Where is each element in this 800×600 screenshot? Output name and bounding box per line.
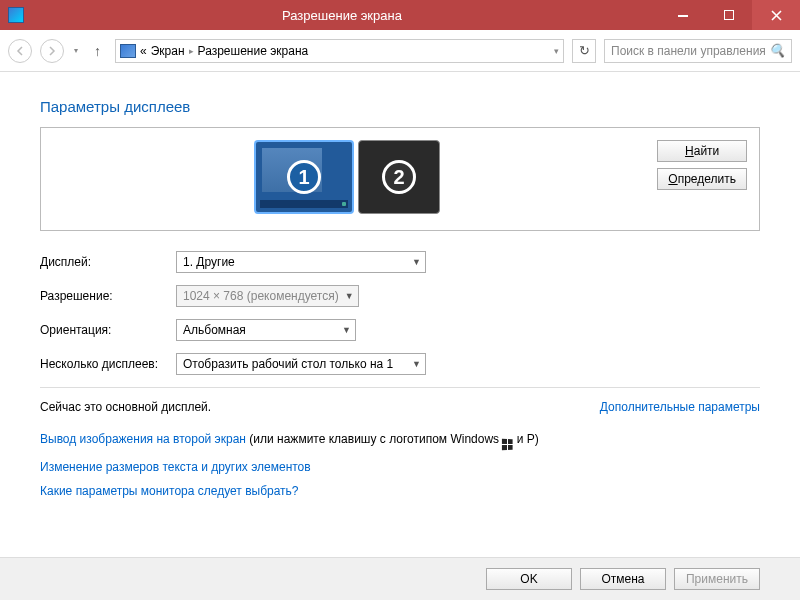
project-hint-b: и P) — [517, 432, 539, 446]
chevron-down-icon: ▼ — [339, 291, 354, 301]
project-link-row: Вывод изображения на второй экран (или н… — [40, 432, 760, 450]
resolution-value: 1024 × 768 (рекомендуется) — [183, 289, 339, 303]
window-title: Разрешение экрана — [24, 8, 660, 23]
primary-display-note: Сейчас это основной дисплей. — [40, 400, 211, 414]
svg-rect-1 — [724, 10, 734, 20]
forward-icon — [47, 46, 57, 56]
chevron-down-icon[interactable]: ▾ — [554, 46, 559, 56]
window: Разрешение экрана ▾ ↑ « Экран ▸ Разр — [0, 0, 800, 600]
display-arrangement[interactable]: 1 2 — [53, 140, 641, 214]
identify-label: пределить — [678, 172, 736, 186]
minimize-button[interactable] — [660, 0, 706, 30]
multiple-displays-select[interactable]: Отобразить рабочий стол только на 1 ▼ — [176, 353, 426, 375]
address-bar[interactable]: « Экран ▸ Разрешение экрана ▾ — [115, 39, 564, 63]
orientation-row: Ориентация: Альбомная ▼ — [40, 319, 760, 341]
identify-button[interactable]: Определить — [657, 168, 747, 190]
monitor-number: 1 — [287, 160, 321, 194]
display-side-buttons: Найти Определить — [657, 140, 747, 190]
cancel-button[interactable]: Отмена — [580, 568, 666, 590]
monitor-taskbar-preview — [260, 200, 348, 208]
windows-logo-icon — [502, 439, 513, 450]
monitor-1[interactable]: 1 — [254, 140, 354, 214]
history-dropdown[interactable]: ▾ — [72, 46, 80, 55]
content-area: Параметры дисплеев 1 2 Найти Определить … — [0, 72, 800, 557]
textsize-link[interactable]: Изменение размеров текста и других элеме… — [40, 460, 311, 474]
refresh-button[interactable]: ↻ — [572, 39, 596, 63]
orientation-select[interactable]: Альбомная ▼ — [176, 319, 356, 341]
orientation-label: Ориентация: — [40, 323, 176, 337]
display-row: Дисплей: 1. Другие ▼ — [40, 251, 760, 273]
app-icon — [8, 7, 24, 23]
back-button[interactable] — [8, 39, 32, 63]
close-button[interactable] — [752, 0, 800, 30]
up-button[interactable]: ↑ — [88, 43, 107, 59]
window-controls — [660, 0, 800, 30]
minimize-icon — [678, 10, 688, 20]
resolution-select[interactable]: 1024 × 768 (рекомендуется) ▼ — [176, 285, 359, 307]
project-link[interactable]: Вывод изображения на второй экран — [40, 432, 246, 446]
display-arrangement-box: 1 2 Найти Определить — [40, 127, 760, 231]
maximize-button[interactable] — [706, 0, 752, 30]
titlebar: Разрешение экрана — [0, 0, 800, 30]
breadcrumb-item[interactable]: Разрешение экрана — [198, 44, 309, 58]
ok-button[interactable]: OK — [486, 568, 572, 590]
chevron-down-icon: ▼ — [406, 359, 421, 369]
orientation-value: Альбомная — [183, 323, 336, 337]
search-placeholder: Поиск в панели управления — [611, 44, 769, 58]
monitor-number: 2 — [382, 160, 416, 194]
textsize-link-row: Изменение размеров текста и других элеме… — [40, 460, 760, 474]
footer: OK Отмена Применить — [0, 557, 800, 600]
page-heading: Параметры дисплеев — [40, 98, 760, 115]
location-icon — [120, 44, 136, 58]
multiple-displays-label: Несколько дисплеев: — [40, 357, 176, 371]
breadcrumb-item[interactable]: Экран — [151, 44, 185, 58]
toolbar: ▾ ↑ « Экран ▸ Разрешение экрана ▾ ↻ Поис… — [0, 30, 800, 72]
resolution-label: Разрешение: — [40, 289, 176, 303]
multiple-displays-row: Несколько дисплеев: Отобразить рабочий с… — [40, 353, 760, 375]
display-select[interactable]: 1. Другие ▼ — [176, 251, 426, 273]
search-input[interactable]: Поиск в панели управления 🔍 — [604, 39, 792, 63]
refresh-icon: ↻ — [579, 43, 590, 58]
detect-label: айти — [694, 144, 720, 158]
display-value: 1. Другие — [183, 255, 406, 269]
help-link-row: Какие параметры монитора следует выбрать… — [40, 484, 760, 498]
chevron-down-icon: ▼ — [406, 257, 421, 267]
primary-status-row: Сейчас это основной дисплей. Дополнитель… — [40, 400, 760, 414]
advanced-settings-link[interactable]: Дополнительные параметры — [600, 400, 760, 414]
svg-rect-0 — [678, 15, 688, 17]
maximize-icon — [724, 10, 734, 20]
resolution-row: Разрешение: 1024 × 768 (рекомендуется) ▼ — [40, 285, 760, 307]
monitor-2[interactable]: 2 — [358, 140, 440, 214]
breadcrumb-root: « — [140, 44, 147, 58]
chevron-right-icon: ▸ — [189, 46, 194, 56]
divider — [40, 387, 760, 388]
search-icon: 🔍 — [769, 43, 785, 58]
chevron-down-icon: ▼ — [336, 325, 351, 335]
forward-button[interactable] — [40, 39, 64, 63]
project-hint-a: (или нажмите клавишу с логотипом Windows — [249, 432, 502, 446]
multiple-displays-value: Отобразить рабочий стол только на 1 — [183, 357, 406, 371]
close-icon — [771, 10, 782, 21]
help-link[interactable]: Какие параметры монитора следует выбрать… — [40, 484, 299, 498]
detect-button[interactable]: Найти — [657, 140, 747, 162]
apply-button[interactable]: Применить — [674, 568, 760, 590]
display-label: Дисплей: — [40, 255, 176, 269]
back-icon — [15, 46, 25, 56]
